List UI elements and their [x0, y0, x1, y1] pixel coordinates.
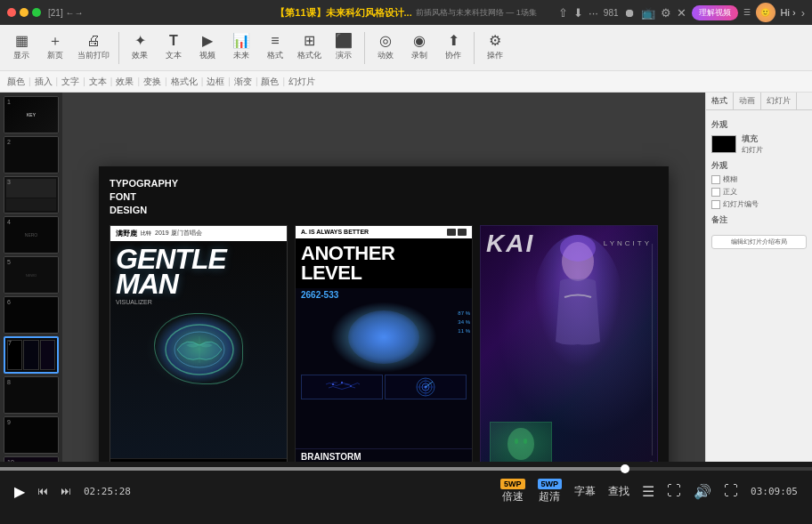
settings-icon[interactable]: ⚙ — [661, 6, 671, 20]
sec-color[interactable]: 颜色 — [7, 76, 25, 88]
slide-thumb-6[interactable]: 6 — [4, 296, 59, 334]
volume-icon[interactable]: 🔊 — [694, 483, 711, 500]
tab-format[interactable]: 格式 — [706, 93, 734, 109]
checkbox-blur[interactable]: 模糊 — [711, 174, 807, 184]
slide-thumb-8[interactable]: 8 — [4, 376, 59, 414]
download-icon[interactable]: ⬇ — [573, 6, 583, 20]
slide-thumb-4[interactable]: NERO 4 — [4, 216, 59, 254]
toolbar-collab[interactable]: ⬆ 协作 — [437, 28, 469, 68]
green-face — [491, 423, 551, 465]
brain-3d-container: 87 % 34 % 11 % — [296, 302, 472, 373]
sec-text[interactable]: 文字 — [61, 76, 79, 88]
slide-9-number: 9 — [7, 419, 11, 425]
tab-document[interactable]: 幻灯片 — [761, 93, 797, 109]
sec-format[interactable]: 格式化 — [171, 76, 198, 88]
slide-4-preview: NERO — [4, 217, 58, 253]
quality-tag: 5WP — [538, 479, 563, 489]
tab-animate[interactable]: 动画 — [734, 93, 761, 109]
fullscreen-icon[interactable]: ⛶ — [724, 483, 738, 499]
toolbar-display[interactable]: ▦ 显示 — [5, 28, 37, 68]
slide-3-number: 3 — [7, 179, 11, 185]
slide-thumb-3[interactable]: 3 — [4, 176, 59, 214]
speed-control[interactable]: 5WP 倍速 — [500, 479, 525, 504]
checkbox-justice-box[interactable] — [711, 188, 720, 197]
checkbox-slide-num[interactable]: 幻灯片编号 — [711, 199, 807, 209]
toolbar-format2[interactable]: ⊞ 格式化 — [293, 28, 326, 68]
checkbox-blur-box[interactable] — [711, 175, 720, 184]
svg-point-25 — [515, 439, 518, 444]
toolbar-format[interactable]: ≡ 格式 — [259, 28, 291, 68]
toolbar-video[interactable]: ▶ 视频 — [191, 28, 223, 68]
typo-line2: FONT — [110, 190, 658, 204]
slide-6-preview — [4, 297, 58, 333]
slide-thumb-2[interactable]: 2 — [4, 136, 59, 173]
toolbar-chart[interactable]: 📊 未来 — [225, 28, 257, 68]
current-time: 02:25:28 — [84, 486, 131, 497]
sec-textbox[interactable]: 文本 — [89, 76, 107, 88]
poster-kai[interactable]: KAI LYNCITY 干 KAI — [480, 225, 658, 494]
share-icon[interactable]: ⇧ — [558, 6, 568, 20]
play-button[interactable]: ▶ — [14, 483, 25, 500]
brain-visual-1 — [141, 309, 256, 389]
sec-gradient[interactable]: 渐变 — [234, 76, 252, 88]
lyncity-area: LYNCITY — [604, 239, 652, 247]
world-map-svg — [324, 377, 360, 397]
cast-icon[interactable]: 📺 — [641, 6, 655, 20]
screen-record-icon[interactable]: ⏺ — [624, 6, 636, 20]
newpage-label: 新页 — [47, 50, 63, 61]
slide-thumb-1[interactable]: KEY 1 — [4, 96, 59, 133]
progress-bar[interactable] — [0, 467, 812, 471]
understand-video-button[interactable]: 理解视频 — [692, 5, 738, 20]
sec-settings[interactable]: 幻灯片 — [288, 76, 315, 88]
content-area: KEY 1 2 3 NERO 4 NEWO — [0, 93, 812, 524]
toolbar-text[interactable]: T 文本 — [158, 28, 190, 68]
edit-layout-btn[interactable]: 编辑幻灯片介绍布局 — [711, 235, 807, 249]
pip-icon[interactable]: ⛶ — [667, 483, 681, 499]
poster-2-header: A. IS ALWAYS BETTER — [296, 226, 472, 238]
toolbar-print[interactable]: 🖨 当前打印 — [73, 28, 114, 68]
ops-icon: ⚙ — [489, 34, 501, 48]
slide-3-preview — [4, 177, 58, 213]
quality-control[interactable]: 5WP 超清 — [538, 479, 563, 504]
slide-thumb-7[interactable]: 7 — [4, 336, 59, 374]
poster-gentleman[interactable]: 满野鹿 比特 2019 厦门首唱会 GENTLE MaN VISUALIZER — [110, 225, 288, 494]
sec-insert[interactable]: 插入 — [35, 76, 53, 88]
typo-line3: DESIGN — [110, 204, 658, 217]
more-options-icon[interactable]: ··· — [589, 6, 598, 20]
toolbar-newpage[interactable]: ＋ 新页 — [39, 28, 71, 68]
next-chapter-button[interactable]: ⏭ — [61, 485, 71, 497]
text-icon: T — [169, 34, 178, 48]
playlist-icon[interactable]: ☰ — [642, 483, 654, 500]
checkbox-justice[interactable]: 正义 — [711, 187, 807, 197]
slide-background: TYPOGRAPHY FONT DESIGN 满野鹿 比特 2019 厦门首唱会… — [99, 166, 669, 504]
sec-border[interactable]: 边框 — [207, 76, 224, 88]
prev-chapter-button[interactable]: ⏮ — [37, 485, 48, 497]
newpage-icon: ＋ — [48, 34, 62, 48]
sec-color2[interactable]: 颜色 — [261, 76, 279, 88]
close-x-icon[interactable]: ✕ — [677, 6, 686, 20]
subtitle-control[interactable]: 字幕 — [574, 484, 596, 499]
toolbar-slide[interactable]: ⬛ 演示 — [328, 28, 360, 68]
color-swatch-black[interactable] — [711, 135, 736, 153]
title-text: 【第11课】未来科幻风格设计... — [275, 6, 411, 20]
video-icon: ▶ — [202, 34, 213, 48]
sec-effects[interactable]: 效果 — [116, 76, 134, 88]
slide-thumb-5[interactable]: NEWO 5 — [4, 256, 59, 294]
maximize-button[interactable] — [32, 8, 41, 17]
user-avatar[interactable]: 🙂 — [756, 3, 775, 22]
sec-transform[interactable]: 变换 — [143, 76, 161, 88]
checkbox-slide-num-box[interactable] — [711, 200, 720, 209]
toolbar-ops[interactable]: ⚙ 操作 — [479, 28, 511, 68]
expand-icon[interactable]: › — [801, 6, 805, 20]
close-button[interactable] — [7, 8, 16, 17]
subtitle-label: 字幕 — [574, 484, 596, 499]
toolbar-animate[interactable]: ◎ 动效 — [369, 28, 402, 68]
svg-point-13 — [332, 383, 334, 385]
toolbar-record[interactable]: ◉ 录制 — [403, 28, 435, 68]
minimize-button[interactable] — [20, 8, 28, 17]
poster-another-level[interactable]: A. IS ALWAYS BETTER ANOTHER LEVEL 2662-5… — [295, 225, 473, 494]
slide-4-number: 4 — [7, 219, 11, 225]
toolbar-effects[interactable]: ✦ 效果 — [124, 28, 156, 68]
slide-thumb-9[interactable]: 9 — [4, 416, 59, 454]
search-control[interactable]: 查找 — [608, 484, 629, 499]
